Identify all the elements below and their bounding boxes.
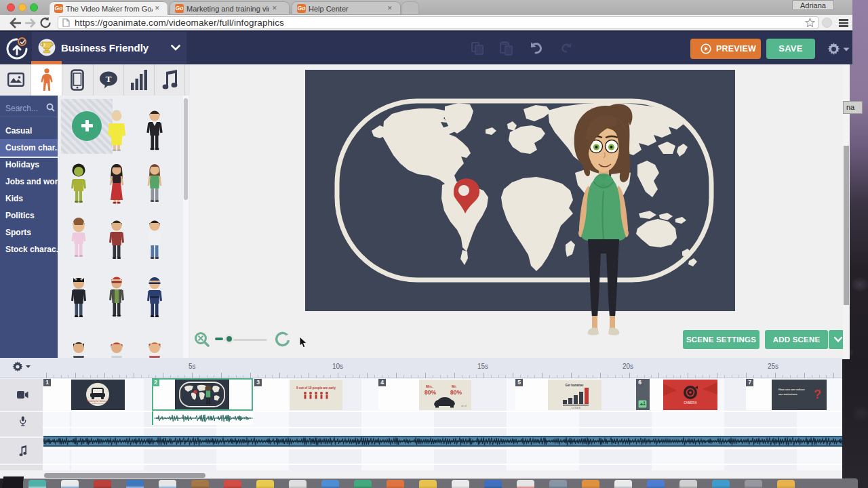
svg-text:How can we reduce: How can we reduce [778,388,806,391]
svg-text:Get bananas: Get bananas [565,384,584,387]
svg-text:Mr.: Mr. [452,384,457,388]
svg-text:1 2 3 4 5: 1 2 3 4 5 [571,407,580,409]
svg-text:80%: 80% [425,389,436,396]
svg-text:ab cd: ab cd [461,405,467,407]
svg-text:Booking for Services: Booking for Services [87,400,108,403]
svg-text:80%: 80% [450,389,462,396]
svg-text:?: ? [814,388,821,401]
svg-text:T: T [106,74,112,84]
svg-text:car emissions: car emissions [778,392,798,396]
svg-text:CAMERA: CAMERA [684,401,697,405]
svg-text:5 out of 10 people are early: 5 out of 10 people are early [296,386,336,390]
svg-text:Mrs.: Mrs. [426,384,433,388]
